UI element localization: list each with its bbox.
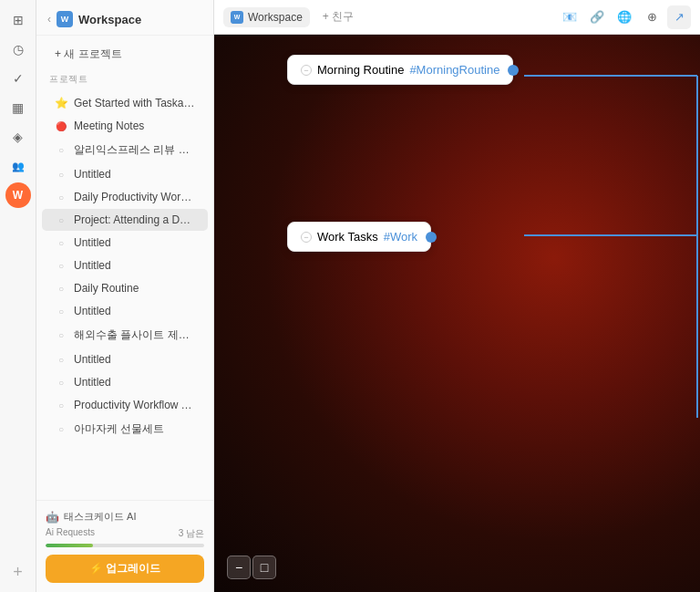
fit-view-button[interactable]: □: [252, 556, 276, 579]
ai-label: 🤖 태스크케이드 AI: [46, 510, 204, 524]
sidebar-footer: 🤖 태스크케이드 AI Ai Requests 3 남은 ⚡ 업그레이드: [36, 500, 213, 592]
project-name: Project: Attending a Danci…: [74, 213, 195, 226]
workspace-tab[interactable]: W Workspace: [223, 7, 310, 27]
node-expand-icon[interactable]: −: [301, 232, 312, 243]
project-item[interactable]: ○ Daily Productivity Workflo…: [42, 186, 208, 208]
project-name: Untitled: [74, 305, 111, 317]
icon-rail: ⊞ ◷ ✓ ▦ ◈ 👥 W +: [0, 0, 36, 592]
project-item[interactable]: ○ Untitled: [42, 254, 208, 276]
ai-icon: 🤖: [46, 511, 59, 524]
morning-routine-label: Morning Routine: [317, 63, 404, 77]
project-name: Untitled: [74, 353, 111, 366]
project-name: Productivity Workflow Te…: [74, 399, 195, 411]
top-bar: W Workspace + 친구 📧 🔗 🌐 ⊕ ↗: [214, 0, 700, 35]
project-name: Meeting Notes: [74, 119, 144, 132]
project-item[interactable]: ○ Untitled: [42, 163, 208, 185]
home-icon[interactable]: ⊞: [5, 7, 31, 33]
projects-section-label: 프로젝트: [36, 69, 213, 89]
node-connector-dot: [508, 65, 519, 76]
main-area: W Workspace + 친구 📧 🔗 🌐 ⊕ ↗ − Morning Rou…: [214, 0, 700, 592]
project-item[interactable]: 🔴 Meeting Notes: [42, 115, 208, 137]
project-item[interactable]: ○ Untitled: [42, 300, 208, 322]
project-name: Daily Productivity Workflo…: [74, 191, 195, 203]
sidebar: ‹ W Workspace + 새 프로젝트 프로젝트 ⭐ Get Starte…: [36, 0, 214, 592]
project-icon-circle: ○: [55, 236, 67, 249]
project-item[interactable]: ○ Daily Routine: [42, 277, 208, 299]
work-tasks-tag: #Work: [384, 230, 417, 244]
project-icon-circle: ○: [55, 191, 67, 203]
work-tasks-card[interactable]: − Work Tasks #Work: [287, 222, 431, 252]
project-name: 해외수출 플사이트 제작 – …: [74, 327, 195, 343]
sidebar-header: ‹ W Workspace: [36, 0, 213, 36]
globe-icon[interactable]: 🌐: [612, 5, 636, 29]
project-icon-circle: ○: [55, 376, 67, 389]
project-name: Untitled: [74, 168, 111, 181]
new-project-button[interactable]: + 새 프로젝트: [44, 41, 206, 68]
project-icon-circle: ○: [55, 353, 67, 366]
add-workspace-icon[interactable]: +: [5, 559, 31, 585]
tab-label: Workspace: [248, 11, 303, 24]
project-icon-circle: ○: [55, 213, 67, 226]
user-avatar[interactable]: W: [5, 182, 31, 208]
connector-svg: [214, 35, 700, 592]
project-icon-circle: ○: [55, 399, 67, 411]
project-item[interactable]: ○ 알리익스프레스 리뷰 툴앱…: [42, 138, 208, 162]
share-icon[interactable]: ↗: [667, 5, 691, 29]
email-icon[interactable]: 📧: [558, 5, 582, 29]
project-icon-circle: ○: [55, 282, 67, 295]
morning-routine-card[interactable]: − Morning Routine #MorningRoutine: [287, 55, 513, 85]
project-icon-circle: ○: [55, 423, 67, 436]
project-name: 아마자케 선물세트: [74, 421, 164, 437]
calendar-icon[interactable]: ▦: [5, 95, 31, 120]
top-bar-icons: 📧 🔗 🌐 ⊕ ↗: [558, 5, 691, 29]
project-item[interactable]: ○ Untitled: [42, 371, 208, 393]
project-icon-circle: ○: [55, 305, 67, 317]
project-icon-red: 🔴: [55, 119, 67, 132]
project-name: Get Started with Taskade: [74, 97, 195, 109]
clock-icon[interactable]: ◷: [5, 36, 31, 62]
tab-logo: W: [231, 11, 243, 24]
back-button[interactable]: ‹: [47, 13, 51, 26]
project-icon-circle: ○: [55, 144, 67, 157]
project-item[interactable]: ○ 아마자케 선물세트: [42, 417, 208, 441]
project-item[interactable]: ○ Productivity Workflow Te…: [42, 394, 208, 416]
project-item[interactable]: ○ 해외수출 플사이트 제작 – …: [42, 323, 208, 348]
zoom-out-button[interactable]: −: [227, 556, 251, 579]
project-name: Untitled: [74, 259, 111, 272]
project-icon-circle: ○: [55, 168, 67, 181]
add-icon[interactable]: ⊕: [640, 5, 664, 29]
upgrade-button[interactable]: ⚡ 업그레이드: [46, 555, 204, 583]
project-item[interactable]: ○ Untitled: [42, 348, 208, 370]
project-name: Untitled: [74, 236, 111, 249]
project-icon-circle: ○: [55, 259, 67, 272]
ai-requests-row: Ai Requests 3 남은: [46, 527, 204, 540]
project-list: ⭐ Get Started with Taskade 🔴 Meeting Not…: [36, 89, 213, 500]
canvas-area[interactable]: − Morning Routine #MorningRoutine − Work…: [214, 35, 700, 592]
morning-routine-node[interactable]: − Morning Routine #MorningRoutine: [287, 55, 513, 85]
project-icon-circle: ○: [55, 329, 67, 342]
node-connector-dot: [426, 232, 437, 243]
node-expand-icon[interactable]: −: [301, 65, 312, 76]
morning-routine-tag: #MorningRoutine: [409, 63, 499, 77]
project-name: Daily Routine: [74, 282, 139, 295]
workspace-title: Workspace: [78, 13, 141, 26]
workspace-logo: W: [57, 11, 73, 27]
ai-progress-fill: [46, 544, 93, 547]
project-name: Untitled: [74, 376, 111, 389]
people-icon[interactable]: 👥: [5, 153, 31, 179]
project-item[interactable]: ⭐ Get Started with Taskade: [42, 92, 208, 114]
project-icon-star: ⭐: [55, 97, 67, 109]
project-item[interactable]: ○ Untitled: [42, 232, 208, 254]
link-icon[interactable]: 🔗: [585, 5, 609, 29]
work-tasks-node[interactable]: − Work Tasks #Work: [287, 222, 431, 252]
notification-icon[interactable]: ◈: [5, 124, 31, 150]
work-tasks-label: Work Tasks: [317, 230, 378, 244]
check-icon[interactable]: ✓: [5, 66, 31, 91]
project-item-selected[interactable]: ○ Project: Attending a Danci…: [42, 209, 208, 231]
zoom-controls: − □: [227, 556, 276, 579]
ai-progress-bar: [46, 544, 204, 547]
project-name: 알리익스프레스 리뷰 툴앱…: [74, 142, 195, 158]
add-tab-button[interactable]: + 친구: [315, 6, 361, 27]
